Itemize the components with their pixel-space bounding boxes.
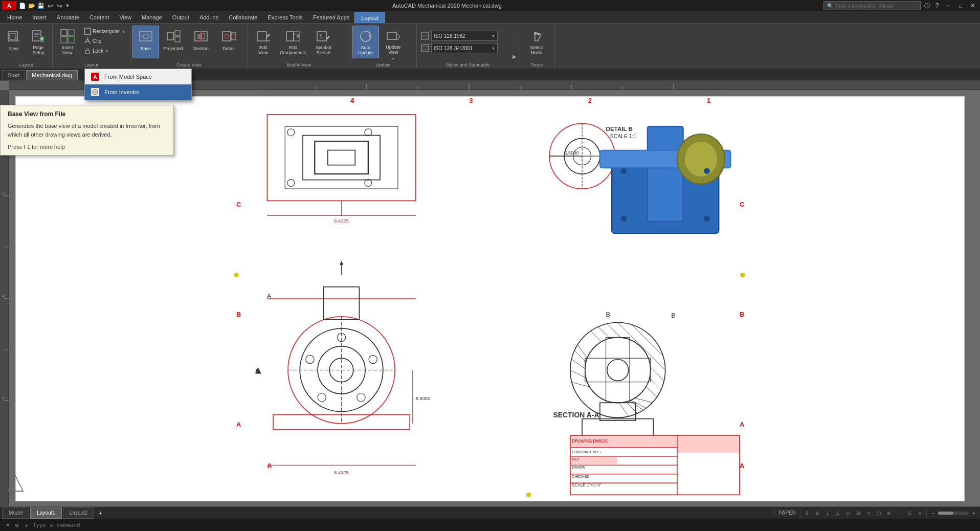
cmd-expand-btn[interactable]: ▸ xyxy=(23,521,31,529)
tooltip-help: Press F1 for more help xyxy=(8,144,166,150)
svg-marker-29 xyxy=(199,40,203,42)
doc-tab-mechanical[interactable]: Mechanical.dwg xyxy=(26,70,78,80)
tab-home[interactable]: Home xyxy=(2,12,27,23)
tab-collaborate[interactable]: Collaborate xyxy=(224,12,262,23)
cmd-pin-btn[interactable]: ⊛ xyxy=(13,522,20,529)
edit-view-btn[interactable]: EditView xyxy=(250,26,277,58)
section-btn[interactable]: Section xyxy=(188,26,214,58)
cmd-close-btn[interactable]: ✕ xyxy=(4,522,11,529)
style1-dropdown[interactable]: ISO 128:1982 ▼ xyxy=(431,31,498,41)
tab-express[interactable]: Express Tools xyxy=(262,12,307,23)
tab-annotate[interactable]: Annotate xyxy=(52,12,84,23)
from-inventor-label: From Inventor xyxy=(104,89,139,95)
search-box[interactable]: 🔍 xyxy=(823,1,921,10)
new-layout-btn[interactable]: New xyxy=(2,26,26,58)
zoom-slider[interactable] xyxy=(938,512,969,515)
dyn-btn[interactable]: ⊞ xyxy=(854,508,863,518)
svg-text:A: A xyxy=(236,421,241,428)
svg-rect-93 xyxy=(315,141,368,174)
tab-addins[interactable]: Add-ins xyxy=(194,12,224,23)
search-icon: 🔍 xyxy=(827,3,833,9)
svg-text:A: A xyxy=(267,292,271,299)
update-view-btn[interactable]: UpdateView ▼ xyxy=(380,26,407,58)
lineweight-btn[interactable]: ≡ xyxy=(864,508,873,518)
ducs-btn[interactable]: ⊡ xyxy=(905,508,914,518)
zoom-in-btn[interactable]: + xyxy=(970,509,978,517)
projected-icon xyxy=(165,28,182,45)
svg-text:1: 1 xyxy=(707,97,710,104)
tab-view[interactable]: View xyxy=(114,12,137,23)
insert-view-btn[interactable]: Insert View xyxy=(55,26,80,58)
rectangular-btn[interactable]: Rectangular ▼ xyxy=(81,27,128,36)
tab-output[interactable]: Output xyxy=(167,12,194,23)
svg-point-91 xyxy=(287,179,295,186)
quick-access-more[interactable]: ▼ xyxy=(64,2,71,10)
info-btn[interactable]: ⓘ xyxy=(923,2,931,10)
svg-text:DRAWING DWG01: DRAWING DWG01 xyxy=(572,439,608,444)
window-restore[interactable]: □ xyxy=(955,2,966,10)
tab-insert[interactable]: Insert xyxy=(27,12,52,23)
auto-update-btn[interactable]: AutoUpdate xyxy=(352,26,379,58)
layout-tab-layout2[interactable]: Layout2 xyxy=(63,507,95,519)
tab-content[interactable]: Content xyxy=(84,12,115,23)
style2-arrow: ▼ xyxy=(492,47,495,50)
clip-label: Clip xyxy=(93,38,101,44)
select-mode-btn[interactable]: SelectMode xyxy=(521,26,552,58)
symbol-sketch-btn[interactable]: Σ SymbolSketch xyxy=(309,26,338,58)
new-file-btn[interactable]: 📄 xyxy=(18,2,27,10)
tab-featured[interactable]: Featured Apps xyxy=(308,12,355,23)
base-view-btn[interactable]: Base xyxy=(132,26,159,58)
annotscale-btn[interactable]: A xyxy=(915,508,924,518)
add-layout-btn[interactable]: + xyxy=(95,508,105,518)
tab-layout[interactable]: Layout xyxy=(354,12,385,23)
command-input[interactable] xyxy=(33,522,976,528)
clip-btn[interactable]: Clip xyxy=(81,36,128,46)
rectangular-dropdown-arrow: ▼ xyxy=(122,30,125,33)
zoom-out-btn[interactable]: − xyxy=(929,509,937,517)
page-setup-btn[interactable]: PageSetup xyxy=(27,26,50,58)
layout-tab-layout1[interactable]: Layout1 xyxy=(30,507,62,519)
projected-label: Projected xyxy=(164,46,183,51)
ortho-btn[interactable]: ⊥ xyxy=(823,508,832,518)
save-btn[interactable]: 💾 xyxy=(37,2,45,10)
page-setup-icon xyxy=(30,28,47,44)
selcycle-btn[interactable]: ⊕ xyxy=(884,508,894,518)
dropdown-item-from-inventor[interactable]: From Inventor xyxy=(85,84,191,100)
search-input[interactable] xyxy=(835,3,917,9)
lock-btn[interactable]: Lock ▼ xyxy=(81,46,128,55)
svg-text:REV: REV xyxy=(572,457,580,461)
undo-btn[interactable]: ↩ xyxy=(46,2,54,10)
group-styles-expand[interactable]: ▶ xyxy=(513,54,517,59)
group-layout1-label: Layout xyxy=(0,62,52,68)
rectangular-icon xyxy=(84,28,91,35)
projected-btn[interactable]: Projected xyxy=(160,26,187,58)
svg-rect-173 xyxy=(678,436,739,453)
open-file-btn[interactable]: 📂 xyxy=(28,2,36,10)
doc-tab-start[interactable]: Start xyxy=(2,70,25,80)
detail-btn[interactable]: Detail xyxy=(215,26,242,58)
redo-btn[interactable]: ↪ xyxy=(55,2,63,10)
group-modify-view-label: Modify View xyxy=(248,62,350,68)
dropdown-item-model-space[interactable]: A From Model Space xyxy=(85,69,191,84)
layout-tab-model[interactable]: Model xyxy=(2,507,29,519)
section-label: Section xyxy=(193,46,209,51)
tooltip-description: Generates the base view of a model creat… xyxy=(8,122,166,139)
snap-btn[interactable]: ⊕ xyxy=(813,508,822,518)
tab-manage[interactable]: Manage xyxy=(137,12,167,23)
transparency-btn[interactable]: ◫ xyxy=(874,508,883,518)
svg-text:A: A xyxy=(1,396,6,400)
autocad-logo[interactable]: A xyxy=(2,1,16,10)
polar-btn[interactable]: ∠ xyxy=(833,508,842,518)
osnap-btn[interactable]: ⊙ xyxy=(843,508,853,518)
help-btn[interactable]: ? xyxy=(933,2,941,10)
svg-point-33 xyxy=(225,34,229,38)
style2-dropdown[interactable]: ISO 128-34:2001 ▼ xyxy=(431,43,498,53)
window-minimize[interactable]: ‒ xyxy=(943,2,953,10)
svg-text:3: 3 xyxy=(469,97,473,104)
svg-text:8.4375: 8.4375 xyxy=(334,218,348,224)
window-close[interactable]: ✕ xyxy=(968,2,978,10)
3dosnap-btn[interactable]: ∴ xyxy=(895,508,904,518)
grid-btn[interactable]: # xyxy=(803,508,812,518)
edit-components-btn[interactable]: EditComponents xyxy=(278,26,308,58)
group-touch-label: Touch xyxy=(519,62,554,68)
